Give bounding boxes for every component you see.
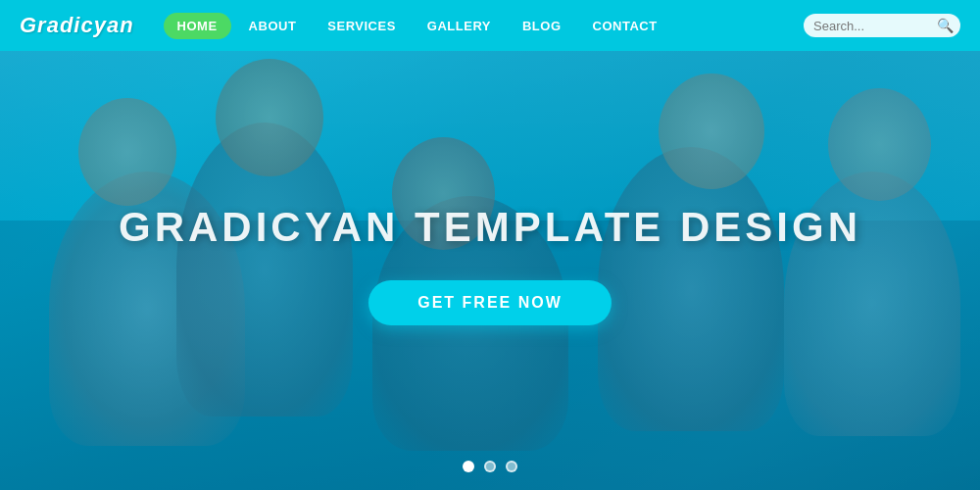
nav-item-contact[interactable]: CONTACT (579, 13, 671, 39)
slider-dot-3[interactable] (506, 461, 517, 472)
slider-dot-2[interactable] (484, 461, 496, 472)
nav-item-services[interactable]: SERVICES (314, 13, 410, 39)
search-container: 🔍 (804, 14, 960, 37)
hero-section: GRADICYAN TEMPLATE DESIGN GET FREE NOW (0, 0, 980, 490)
nav-item-blog[interactable]: BLOG (509, 13, 575, 39)
cta-button[interactable]: GET FREE NOW (368, 280, 612, 325)
hero-title: GRADICYAN TEMPLATE DESIGN (119, 204, 861, 251)
navbar: Gradicyan HOME ABOUT SERVICES GALLERY BL… (0, 0, 980, 51)
nav-links: HOME ABOUT SERVICES GALLERY BLOG CONTACT (164, 13, 804, 39)
slider-dot-1[interactable] (463, 461, 474, 472)
slider-dots (463, 461, 517, 472)
nav-item-about[interactable]: ABOUT (235, 13, 311, 39)
hero-content: GRADICYAN TEMPLATE DESIGN GET FREE NOW (119, 204, 861, 325)
search-icon[interactable]: 🔍 (937, 18, 954, 33)
brand-name[interactable]: Gradicyan (20, 13, 134, 38)
search-input[interactable] (813, 19, 931, 33)
nav-item-home[interactable]: HOME (164, 13, 231, 39)
nav-item-gallery[interactable]: GALLERY (414, 13, 505, 39)
